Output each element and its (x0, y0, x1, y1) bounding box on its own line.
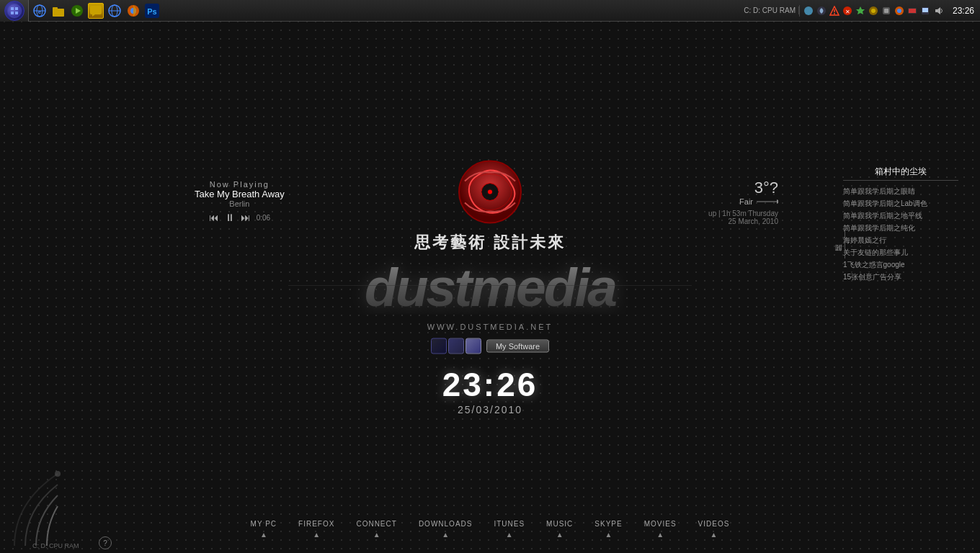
svg-point-47 (55, 471, 61, 477)
subscribe-label[interactable]: 訂閱 (832, 230, 845, 258)
dock-item-downloads[interactable]: DOWNLOADS▲ (419, 520, 473, 539)
dock-item-videos[interactable]: VIDEOS▲ (698, 520, 730, 539)
blog-item[interactable]: 简单跟我学后期之纯化 (843, 223, 958, 233)
svg-text:✕: ✕ (845, 9, 850, 15)
start-button[interactable] (0, 0, 29, 22)
blog-item[interactable]: 简单跟我学后期之Lab调色 (843, 199, 958, 209)
systray: ✕ (799, 5, 947, 17)
dock-arrow: ▲ (251, 531, 277, 539)
dock-label: MUSIC (546, 520, 573, 528)
blog-widget: 箱村中的尘埃 訂閱 简单跟我学后期之眼睛简单跟我学后期之Lab调色简单跟我学后期… (843, 166, 958, 284)
dock-arrow: ▲ (698, 531, 730, 539)
signal-widget: C: D: CPU RAM ? (0, 459, 115, 553)
taskbar-globe-icon[interactable] (107, 3, 122, 19)
dock-label: CONNECT (356, 520, 396, 528)
software-btn-1[interactable] (431, 338, 447, 354)
dock-label: ITUNES (494, 520, 525, 528)
blog-item[interactable]: 关于友链的那些事儿 (843, 248, 958, 258)
taskbar-firefox-icon[interactable] (125, 3, 141, 19)
next-button[interactable]: ⏭ (241, 212, 251, 223)
track-time: 0:06 (257, 214, 270, 222)
dock-item-skype[interactable]: SKYPE▲ (594, 520, 622, 539)
svg-point-42 (488, 190, 492, 194)
dock-arrow: ▲ (594, 531, 622, 539)
dock-item-movies[interactable]: MOVIES▲ (644, 520, 677, 539)
dock-arrow: ▲ (644, 531, 677, 539)
brand-url: WWW.DUSTMEDIA.NET (274, 323, 706, 331)
taskbar-media-icon[interactable] (69, 3, 85, 19)
svg-point-33 (897, 9, 901, 13)
pause-button[interactable]: ⏸ (225, 212, 235, 223)
software-btn-3[interactable] (466, 338, 481, 354)
systray-icon-4[interactable]: ✕ (842, 5, 853, 17)
taskbar-folder-icon[interactable] (50, 3, 66, 19)
taskbar-chat-icon[interactable] (88, 3, 104, 19)
dock-item-connect[interactable]: CONNECT▲ (356, 520, 396, 539)
track-title: Take My Breath Away (195, 189, 285, 199)
svg-rect-37 (922, 8, 928, 12)
blog-item[interactable]: 1飞铁之惑言google (843, 260, 958, 270)
systray-icon-8[interactable] (894, 5, 905, 17)
brand-logo-text: dustmedia (274, 257, 706, 321)
systray-icon-10[interactable] (919, 5, 931, 17)
chinese-tagline: 思考藝術 設計未來 (274, 232, 706, 253)
blog-title: 箱村中的尘埃 (843, 166, 958, 181)
blog-item[interactable]: 简单跟我学后期之地平线 (843, 211, 958, 221)
dock-label: FIREFOX (298, 520, 334, 528)
svg-rect-9 (53, 7, 58, 10)
player-controls: ⏮ ⏸ ⏭ 0:06 (195, 212, 285, 223)
bottom-dock: MY PC▲FIREFOX▲CONNECT▲DOWNLOADS▲ITUNES▲M… (251, 520, 730, 539)
logo (458, 160, 522, 225)
help-button[interactable]: ? (99, 536, 112, 549)
blog-item[interactable]: 海婷晨嫣之行 (843, 235, 958, 246)
svg-text:e: e (38, 9, 42, 15)
svg-rect-12 (90, 6, 102, 14)
weather-date: 25 March, 2010 (708, 217, 778, 225)
weather-uptime: up | 1h 53m Thursday (708, 210, 778, 217)
systray-icon-7[interactable] (881, 5, 892, 17)
taskbar: e (0, 0, 980, 22)
my-software-button[interactable]: My Software (486, 340, 549, 353)
dock-item-my-pc[interactable]: MY PC▲ (251, 520, 277, 539)
svg-marker-13 (92, 14, 95, 17)
taskbar-ie-icon[interactable]: e (32, 3, 48, 19)
dock-arrow: ▲ (356, 531, 396, 539)
systray-icon-speaker[interactable] (932, 5, 944, 17)
dock-item-music[interactable]: MUSIC▲ (546, 520, 573, 539)
svg-marker-38 (935, 7, 940, 14)
weather-description-text: Fair (739, 197, 753, 206)
blog-item[interactable]: 15张创意广告分享 (843, 272, 958, 282)
prev-button[interactable]: ⏮ (209, 212, 219, 223)
blog-item[interactable]: 简单跟我学后期之眼睛 (843, 186, 958, 197)
weather-desc: Fair (708, 197, 778, 206)
systray-icon-9[interactable] (906, 5, 918, 17)
svg-point-29 (871, 9, 876, 13)
dock-arrow: ▲ (546, 531, 573, 539)
now-playing-label: Now Playing (195, 180, 285, 189)
dock-item-itunes[interactable]: ITUNES▲ (494, 520, 525, 539)
systray-icon-1[interactable] (803, 5, 814, 17)
music-player-widget: Now Playing Take My Breath Away Berlin ⏮… (195, 180, 285, 223)
date-display: 25/03/2010 (274, 404, 706, 415)
svg-rect-1 (15, 7, 18, 10)
dock-item-firefox[interactable]: FIREFOX▲ (298, 520, 334, 539)
svg-rect-0 (11, 7, 14, 10)
systray-icon-2[interactable] (816, 5, 827, 17)
systray-icon-6[interactable] (868, 5, 879, 17)
svg-rect-3 (15, 12, 18, 14)
systray-icon-3[interactable] (829, 5, 840, 17)
weather-temp: 3°? (708, 179, 778, 197)
dock-label: DOWNLOADS (419, 520, 473, 528)
taskbar-ps-icon[interactable]: Ps (144, 3, 160, 19)
dock-arrow: ▲ (298, 531, 334, 539)
svg-text:Ps: Ps (147, 7, 156, 16)
taskbar-clock: 23:26 (947, 6, 980, 16)
center-widget: 思考藝術 設計未來 dustmedia WWW.DUSTMEDIA.NET (274, 160, 706, 415)
clock-display: 23:26 (274, 365, 706, 404)
svg-rect-2 (11, 12, 14, 14)
software-btn-2[interactable] (448, 338, 464, 354)
system-label: C: D: CPU RAM (32, 542, 79, 549)
desktop-content: Now Playing Take My Breath Away Berlin ⏮… (0, 22, 980, 553)
dock-label: VIDEOS (698, 520, 730, 528)
systray-icon-5[interactable] (855, 5, 866, 17)
